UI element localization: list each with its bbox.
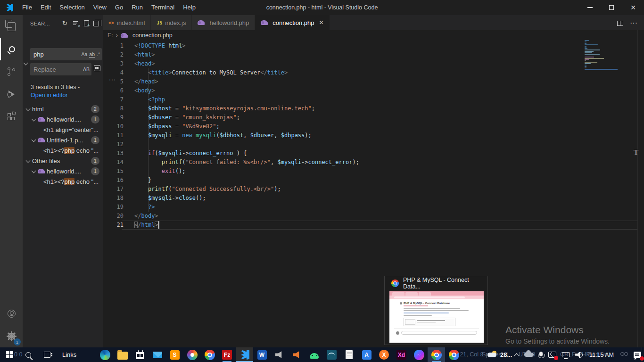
tree-row-Otherfiles[interactable]: Other files1 xyxy=(23,156,103,166)
line-number[interactable]: 21 xyxy=(103,221,124,230)
code-line[interactable]: 2<html> xyxy=(103,50,637,59)
line-number[interactable]: 19 xyxy=(103,203,124,212)
taskbar-notepad-button[interactable] xyxy=(340,347,358,362)
line-number[interactable]: 12 xyxy=(103,140,124,149)
editor-more-icon[interactable]: ··· xyxy=(630,19,637,27)
code-line[interactable]: 5</head> xyxy=(103,77,637,86)
links-toolbar[interactable]: Links xyxy=(57,351,82,358)
code-line[interactable]: 8 $dbhost = "kitsymmonkesseyrojas.cmu-on… xyxy=(103,104,637,113)
line-number[interactable]: 11 xyxy=(103,131,124,140)
preserve-case-icon[interactable]: AB xyxy=(83,66,90,72)
tab-index.html[interactable]: <>index.html xyxy=(103,15,151,30)
taskbar-speaker-orange-button[interactable] xyxy=(288,347,305,362)
window-thumbnail[interactable]: PHP & MySQL - Connect Database xyxy=(389,291,484,343)
line-number[interactable]: 8 xyxy=(103,104,124,113)
new-search-editor-icon[interactable] xyxy=(84,20,89,26)
menu-file[interactable]: File xyxy=(18,0,36,15)
menu-selection[interactable]: Selection xyxy=(55,0,89,15)
taskbar-mysql-button[interactable] xyxy=(323,347,340,362)
clear-results-icon[interactable] xyxy=(73,20,80,27)
collapse-all-icon[interactable] xyxy=(93,21,99,26)
close-button[interactable]: ✕ xyxy=(622,0,644,15)
taskbar-chrome-3-button[interactable] xyxy=(445,347,462,362)
taskbar-edge-button[interactable] xyxy=(96,347,114,362)
taskbar-vscode-button[interactable] xyxy=(236,347,253,362)
explorer-icon[interactable] xyxy=(0,15,23,38)
code-line[interactable]: 18 $mysqli->close(); xyxy=(103,194,637,203)
code-line[interactable]: 12 xyxy=(103,140,637,149)
menu-edit[interactable]: Edit xyxy=(36,0,55,15)
taskbar-store-button[interactable] xyxy=(131,347,149,362)
search-match-row[interactable]: <h1><?php echo "... xyxy=(23,176,103,187)
replace-all-icon[interactable] xyxy=(94,65,100,71)
accounts-icon[interactable] xyxy=(0,302,23,325)
menu-help[interactable]: Help xyxy=(179,0,200,15)
line-number[interactable]: 1 xyxy=(103,41,124,50)
line-number[interactable]: 7 xyxy=(103,95,124,104)
code-line[interactable]: 16 } xyxy=(103,176,637,185)
maximize-button[interactable] xyxy=(601,0,622,15)
breadcrumb[interactable]: E: › connection.php xyxy=(103,30,644,41)
code-line[interactable]: 10 $dbpass = "V&d9ve82"; xyxy=(103,122,637,131)
code-line[interactable]: 17 printf("Connected Successfully.<br/>"… xyxy=(103,185,637,194)
menu-view[interactable]: View xyxy=(89,0,111,15)
settings-gear-icon[interactable]: 1 xyxy=(0,325,23,347)
taskbar-chrome-button[interactable] xyxy=(201,347,218,362)
line-number[interactable]: 13 xyxy=(103,149,124,158)
taskbar-explorer-button[interactable] xyxy=(114,347,131,362)
code-line[interactable]: 20</body> xyxy=(103,212,637,221)
code-line[interactable]: 15 exit(); xyxy=(103,167,637,176)
microphone-icon[interactable] xyxy=(537,347,545,362)
show-desktop-button[interactable] xyxy=(642,347,644,362)
taskbar-xampp-button[interactable]: X xyxy=(375,347,393,362)
taskbar-adobe-xd-button[interactable]: Xd xyxy=(393,347,410,362)
whole-word-icon[interactable]: ab xyxy=(89,51,95,58)
line-number[interactable]: 3 xyxy=(103,59,124,68)
weather-widget[interactable]: 28... xyxy=(487,347,512,362)
regex-icon[interactable]: .* xyxy=(97,51,100,57)
search-icon[interactable] xyxy=(0,38,23,60)
taskbar-android-button[interactable] xyxy=(305,347,323,362)
more-actions-icon[interactable]: ··· xyxy=(109,76,116,83)
tab-helloworld.php[interactable]: helloworld.php xyxy=(192,15,255,30)
taskbar-search-icon[interactable] xyxy=(19,347,38,362)
code-line[interactable]: 4 <title>Connection to MySQL Server</tit… xyxy=(103,68,637,77)
code-line[interactable]: 19 ?> xyxy=(103,203,637,212)
tab-connection.php[interactable]: connection.php✕ xyxy=(255,15,330,30)
hidden-icons-chevron[interactable] xyxy=(512,347,521,362)
line-number[interactable]: 15 xyxy=(103,167,124,176)
code-line[interactable]: 9 $dbuser = "cmuon_kskrojas"; xyxy=(103,113,637,122)
menu-run[interactable]: Run xyxy=(127,0,147,15)
search-match-row[interactable]: <h1 align="center"... xyxy=(23,124,103,135)
code-line[interactable]: 6<body> xyxy=(103,86,637,95)
code-line[interactable]: 1<!DOCTYPE html> xyxy=(103,41,637,50)
line-number[interactable]: 17 xyxy=(103,185,124,194)
tree-row-helloworld[interactable]: helloworld....1 xyxy=(23,114,103,124)
taskbar-filezilla-button[interactable]: Fz xyxy=(218,347,236,362)
replace-input[interactable] xyxy=(33,66,81,73)
match-case-icon[interactable]: Aa xyxy=(81,51,87,57)
tree-row-Untitled1p[interactable]: Untitled-1.p...1 xyxy=(23,135,103,145)
toggle-replace-icon[interactable] xyxy=(24,61,28,66)
breadcrumb-file[interactable]: connection.php xyxy=(132,32,173,39)
taskbar-clock[interactable]: 11:15 AM xyxy=(586,352,618,358)
split-editor-icon[interactable] xyxy=(617,21,623,26)
task-view-icon[interactable] xyxy=(38,347,57,362)
code-area[interactable]: 1<!DOCTYPE html>2<html>3<head>4 <title>C… xyxy=(103,41,637,347)
code-line[interactable]: 3<head> xyxy=(103,59,637,68)
taskbar-messenger-button[interactable] xyxy=(410,347,428,362)
line-number[interactable]: 14 xyxy=(103,158,124,167)
search-match-row[interactable]: <h1><?php echo "... xyxy=(23,145,103,156)
onedrive-icon[interactable] xyxy=(521,347,537,362)
taskbar-pinwheel-button[interactable] xyxy=(183,347,201,362)
run-debug-icon[interactable] xyxy=(0,83,23,106)
line-number[interactable]: 16 xyxy=(103,176,124,185)
source-control-icon[interactable] xyxy=(0,60,23,83)
breadcrumb-drive[interactable]: E: xyxy=(107,32,113,39)
menu-terminal[interactable]: Terminal xyxy=(147,0,179,15)
people-icon[interactable] xyxy=(618,347,631,362)
taskbar-speaker-gray-button[interactable] xyxy=(271,347,288,362)
line-number[interactable]: 10 xyxy=(103,122,124,131)
network-icon[interactable] xyxy=(559,347,572,362)
start-button[interactable] xyxy=(0,347,19,362)
